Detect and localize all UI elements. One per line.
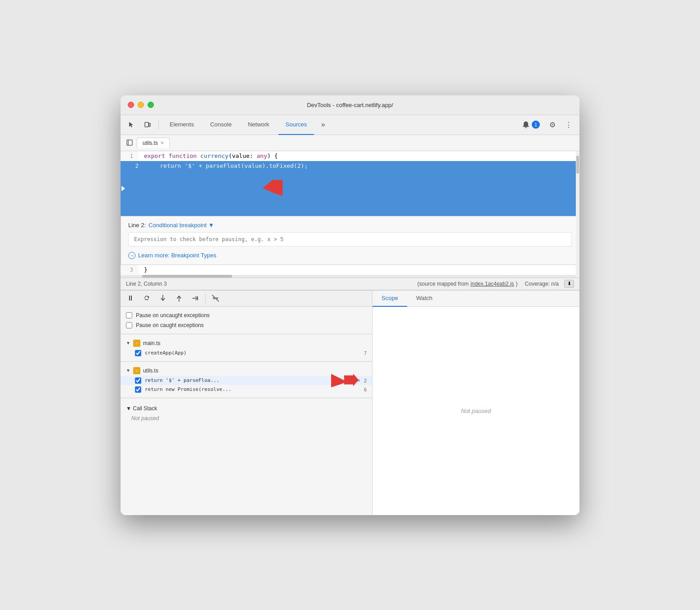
title-bar: DevTools - coffee-cart.netlify.app/: [121, 95, 579, 115]
code-line-3: 3 }: [121, 265, 579, 275]
breakpoint-arrow: [121, 161, 126, 216]
bp-arrow-indicator: [121, 186, 125, 191]
svg-marker-5: [263, 180, 273, 193]
code-content-1[interactable]: export function currency(value: any) {: [139, 151, 579, 161]
bp-return-dollar-checkbox[interactable]: [135, 377, 141, 384]
maximize-button[interactable]: [148, 102, 154, 108]
not-paused-label: Not paused: [461, 408, 491, 414]
step-over-btn[interactable]: [140, 292, 153, 305]
bottom-panel: ⏸: [121, 290, 579, 515]
svg-rect-2: [127, 140, 132, 145]
breakpoint-tooltip: Line 2: Conditional breakpoint ▼ → Learn…: [121, 216, 579, 265]
file-tab-close[interactable]: ×: [161, 140, 164, 146]
call-stack-header[interactable]: ▼ Call Stack: [121, 402, 372, 413]
bp-item-return-dollar: return '$' + parseFloa... ✏ × 2: [121, 376, 372, 385]
section-divider-3: [121, 398, 372, 398]
pause-caught-label: Pause on caught exceptions: [136, 322, 204, 328]
step-btn[interactable]: [189, 292, 202, 305]
breakpoint-expression-input[interactable]: [128, 232, 572, 247]
code-editor: 1 export function currency(value: any) {…: [121, 151, 579, 278]
section-divider-1: [121, 334, 372, 334]
line-number-3: 3: [121, 265, 139, 275]
vertical-scrollbar-thumb[interactable]: [576, 156, 579, 174]
cursor-position: Line 2, Column 3: [126, 281, 167, 287]
main-toolbar: Elements Console Network Sources » 1 ⚙: [121, 115, 579, 135]
bp-group-utils-label: utils.ts: [143, 368, 158, 374]
step-into-btn[interactable]: [157, 292, 169, 305]
svg-marker-15: [344, 373, 359, 386]
svg-rect-0: [145, 122, 148, 127]
close-button[interactable]: [128, 102, 134, 108]
tab-scope[interactable]: Scope: [372, 291, 407, 307]
debug-toolbar: ⏸: [121, 291, 372, 307]
status-bar: Line 2, Column 3 (source mapped from ind…: [121, 278, 579, 290]
tab-elements[interactable]: Elements: [162, 115, 201, 135]
line-number-1: 1: [121, 151, 139, 161]
bp-createapp-line: 7: [364, 350, 367, 356]
coverage-expand-btn[interactable]: ⬇: [564, 280, 574, 288]
chevron-down-icon-2: ▼: [126, 368, 130, 373]
bp-return-promise-line: 6: [364, 387, 367, 392]
main-file-icon: ○: [133, 340, 140, 347]
scrollbar-thumb[interactable]: [142, 275, 232, 278]
panel-toggle-btn[interactable]: [124, 137, 135, 148]
debugger-panel: ⏸: [121, 291, 372, 515]
pause-caught-checkbox[interactable]: [126, 322, 132, 328]
settings-btn[interactable]: ⚙: [545, 118, 560, 131]
code-line-1: 1 export function currency(value: any) {: [121, 151, 579, 161]
file-tab-name: utils.ts: [143, 140, 158, 146]
tab-console[interactable]: Console: [203, 115, 239, 135]
step-out-btn[interactable]: [173, 292, 185, 305]
pause-uncaught-label: Pause on uncaught exceptions: [136, 312, 210, 318]
editor-area: utils.ts × 1 export function currency(va…: [121, 135, 579, 290]
section-divider-2: [121, 361, 372, 362]
notification-badge: 1: [532, 121, 540, 129]
svg-rect-12: [213, 297, 218, 299]
svg-marker-4: [273, 180, 283, 196]
tab-sources[interactable]: Sources: [278, 115, 314, 135]
file-tab-utils[interactable]: utils.ts ×: [137, 138, 170, 148]
bp-return-dollar-line: 2: [364, 378, 367, 383]
breakpoint-type-dropdown[interactable]: Conditional breakpoint ▼: [148, 222, 214, 229]
scope-panel: Scope Watch Not paused: [372, 291, 579, 515]
bp-group-main[interactable]: ▼ ○ main.ts: [121, 338, 372, 349]
notification-btn[interactable]: 1: [518, 119, 543, 130]
deactivate-breakpoints-btn[interactable]: [209, 292, 222, 305]
call-stack-not-paused: Not paused: [121, 413, 372, 423]
device-toggle-btn[interactable]: [140, 118, 155, 131]
file-tab-bar: utils.ts ×: [121, 135, 579, 151]
bp-item-return-promise: return new Promise(resolve... 6: [121, 385, 372, 394]
source-map-file-link[interactable]: index.1ac4eab2.js: [471, 281, 514, 287]
vertical-scrollbar[interactable]: [576, 151, 579, 278]
bp-createapp-text: createApp(App): [145, 350, 360, 356]
more-options-btn[interactable]: ⋮: [561, 118, 576, 131]
bp-return-promise-checkbox[interactable]: [135, 386, 141, 393]
pause-resume-btn[interactable]: ⏸: [124, 292, 137, 305]
debug-separator: [205, 294, 206, 303]
more-tabs-btn[interactable]: »: [316, 118, 330, 131]
debugger-content: Pause on uncaught exceptions Pause on ca…: [121, 307, 372, 515]
link-circle-arrow-icon: →: [128, 252, 135, 259]
cursor-icon-btn[interactable]: [124, 118, 139, 131]
code-line-2: 2 return '$' + parseFloat(value).toFixed…: [121, 161, 579, 216]
tab-watch[interactable]: Watch: [407, 291, 441, 307]
tab-network[interactable]: Network: [241, 115, 277, 135]
toolbar-right: 1 ⚙ ⋮: [518, 118, 576, 131]
devtools-window: DevTools - coffee-cart.netlify.app/ Elem…: [121, 95, 579, 515]
svg-rect-1: [149, 123, 150, 126]
minimize-button[interactable]: [138, 102, 144, 108]
source-map-info: (source mapped from index.1ac4eab2.js ) …: [417, 280, 574, 288]
code-content-3[interactable]: }: [139, 265, 579, 275]
chevron-down-icon: ▼: [126, 341, 130, 345]
window-title: DevTools - coffee-cart.netlify.app/: [307, 102, 393, 108]
utils-file-icon: ○: [133, 367, 140, 374]
horizontal-scrollbar[interactable]: [121, 275, 579, 278]
line-number-2: 2: [126, 161, 144, 216]
learn-more-link[interactable]: → Learn more: Breakpoint Types: [128, 252, 572, 259]
scope-tabs: Scope Watch: [372, 291, 579, 307]
bp-createapp-checkbox[interactable]: [135, 350, 141, 356]
pause-uncaught-checkbox[interactable]: [126, 312, 132, 318]
code-content-2[interactable]: return '$' + parseFloat(value).toFixed(2…: [144, 161, 579, 216]
pause-uncaught-row: Pause on uncaught exceptions: [121, 310, 372, 320]
bp-item-createapp: createApp(App) 7: [121, 349, 372, 358]
